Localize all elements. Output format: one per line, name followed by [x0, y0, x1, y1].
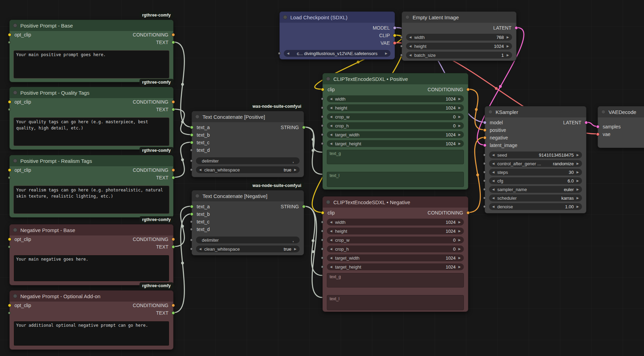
- decrement-icon[interactable]: ◀: [492, 171, 495, 174]
- sampler-name-widget[interactable]: ◀sampler_nameeuler▶: [489, 186, 582, 193]
- output-port-clip[interactable]: [393, 34, 396, 37]
- node-header[interactable]: Negative Prompt - Optional Add-on: [10, 291, 173, 302]
- increment-icon[interactable]: ▶: [577, 205, 579, 208]
- increment-icon[interactable]: ▶: [577, 171, 579, 174]
- increment-icon[interactable]: ▶: [458, 221, 461, 224]
- height-widget[interactable]: ◀height1024▶: [406, 43, 512, 50]
- widget-input-dot[interactable]: [400, 45, 403, 48]
- widget-input-dot[interactable]: [190, 248, 193, 250]
- decrement-icon[interactable]: ◀: [492, 179, 495, 182]
- output-port-text[interactable]: [172, 108, 175, 111]
- increment-icon[interactable]: ▶: [458, 115, 461, 118]
- increment-icon[interactable]: ▶: [458, 142, 461, 145]
- increment-icon[interactable]: ▶: [507, 54, 509, 57]
- decrement-icon[interactable]: ◀: [330, 265, 332, 269]
- widget-value[interactable]: 1024: [446, 255, 456, 261]
- node-vae-decode[interactable]: VAEDecode samples vae: [598, 106, 644, 148]
- node-graph-canvas[interactable]: rgthree-comfy rgthree-comfy rgthree-comf…: [0, 0, 644, 356]
- batch-size-widget[interactable]: ◀batch_size1▶: [406, 52, 512, 59]
- prompt-textarea[interactable]: Your additional optional negative prompt…: [13, 321, 169, 346]
- widget-value[interactable]: 1024: [446, 229, 456, 234]
- decrement-icon[interactable]: ◀: [330, 106, 332, 109]
- output-port-string[interactable]: [302, 205, 305, 208]
- widget-input-dot[interactable]: [483, 171, 486, 174]
- input-port-text-d[interactable]: [190, 149, 193, 151]
- crop-w-widget[interactable]: ◀crop_w0▶: [327, 113, 464, 120]
- node-header[interactable]: Text Concatenate [Positive]: [192, 111, 304, 122]
- widget-value[interactable]: 1024: [494, 44, 504, 49]
- node-text-concatenate-negative[interactable]: Text Concatenate [Negative] text_aSTRING…: [191, 190, 304, 255]
- collapse-dot-icon[interactable]: [195, 115, 199, 119]
- height-widget[interactable]: ◀height1024▶: [327, 104, 464, 111]
- widget-input-dot[interactable]: [321, 115, 324, 118]
- input-port-vae[interactable]: [596, 133, 600, 136]
- collapse-dot-icon[interactable]: [13, 23, 17, 28]
- crop-h-widget[interactable]: ◀crop_h0▶: [327, 122, 464, 129]
- control-after-generate-widget[interactable]: ◀control_after_gener ...randomize▶: [489, 160, 582, 167]
- output-port-conditioning[interactable]: [172, 168, 175, 172]
- decrement-icon[interactable]: ◀: [330, 230, 332, 233]
- node-header[interactable]: Positive Prompt - Base: [10, 20, 173, 31]
- scheduler-widget[interactable]: ◀schedulerkarras▶: [489, 195, 582, 201]
- output-port-conditioning[interactable]: [466, 211, 470, 214]
- widget-input-dot[interactable]: [321, 256, 324, 259]
- node-positive-prompt-realism[interactable]: Positive Prompt - Realism Tags opt_clipC…: [9, 155, 174, 218]
- input-port-text[interactable]: [8, 108, 11, 111]
- widget-value[interactable]: 1024: [446, 220, 456, 225]
- width-widget[interactable]: ◀width1024▶: [327, 219, 464, 226]
- prev-option-icon[interactable]: ◀: [287, 52, 289, 55]
- increment-icon[interactable]: ▶: [458, 106, 461, 109]
- increment-icon[interactable]: ▶: [577, 154, 579, 157]
- text-l-area[interactable]: text_l: [327, 295, 464, 310]
- node-header[interactable]: Positive Prompt - Realism Tags: [10, 155, 173, 166]
- widget-value[interactable]: true: [284, 247, 291, 252]
- node-text-concatenate-positive[interactable]: Text Concatenate [Positive] text_aSTRING…: [191, 111, 304, 177]
- widget-input-dot[interactable]: [190, 168, 193, 171]
- output-port-model[interactable]: [393, 26, 396, 30]
- input-port-text-a[interactable]: [190, 205, 194, 208]
- collapse-dot-icon[interactable]: [488, 110, 492, 114]
- widget-value[interactable]: 6.0: [568, 178, 574, 184]
- widget-value[interactable]: 1024: [446, 141, 456, 146]
- input-port-text-b[interactable]: [190, 133, 194, 137]
- input-port-text-a[interactable]: [190, 126, 194, 129]
- decrement-icon[interactable]: ◀: [409, 45, 412, 48]
- decrement-icon[interactable]: ◀: [330, 115, 332, 118]
- node-clip-encode-negative[interactable]: CLIPTextEncodeSDXL • Negative clipCONDIT…: [322, 196, 468, 312]
- decrement-icon[interactable]: ◀: [330, 256, 332, 260]
- widget-value[interactable]: ,: [292, 238, 294, 243]
- collapse-dot-icon[interactable]: [195, 194, 199, 198]
- increment-icon[interactable]: ▶: [458, 230, 461, 233]
- input-port-clip[interactable]: [321, 88, 324, 91]
- decrement-icon[interactable]: ◀: [409, 54, 412, 57]
- node-empty-latent-image[interactable]: Empty Latent Image LATENT ◀width768▶ ◀he…: [402, 11, 517, 61]
- input-port-positive[interactable]: [483, 128, 487, 132]
- denoise-widget[interactable]: ◀denoise1.00▶: [489, 203, 582, 210]
- output-port-text[interactable]: [172, 41, 175, 44]
- widget-value[interactable]: 1024: [446, 264, 456, 270]
- widget-value[interactable]: 1024: [446, 96, 456, 102]
- output-port-latent[interactable]: [584, 121, 588, 124]
- node-header[interactable]: Positive Prompt - Quality Tags: [10, 87, 173, 98]
- widget-value[interactable]: 30: [569, 170, 574, 175]
- input-port-text[interactable]: [8, 245, 11, 248]
- input-port-opt-clip[interactable]: [8, 238, 11, 241]
- cfg-widget[interactable]: ◀cfg6.0▶: [489, 177, 582, 184]
- widget-input-dot[interactable]: [483, 205, 486, 208]
- prompt-textarea[interactable]: Your quality tags can go here (e.g. mast…: [13, 117, 169, 146]
- input-port-text-c[interactable]: [190, 141, 194, 144]
- widget-input-dot[interactable]: [483, 188, 486, 191]
- input-port-text-b[interactable]: [190, 212, 194, 216]
- widget-input-dot[interactable]: [483, 154, 486, 156]
- widget-input-dot[interactable]: [190, 239, 193, 241]
- ckpt-name-widget[interactable]: ◀c... divingIllustrious_v12VAE.safetenso…: [284, 50, 391, 57]
- increment-icon[interactable]: ▶: [294, 248, 297, 251]
- input-port-clip[interactable]: [321, 211, 324, 214]
- widget-value[interactable]: 0: [453, 114, 456, 119]
- prompt-textarea[interactable]: Your main positive prompt goes here.: [13, 50, 169, 78]
- widget-value[interactable]: 1: [501, 53, 504, 58]
- increment-icon[interactable]: ▶: [458, 248, 461, 251]
- widget-input-dot[interactable]: [321, 248, 324, 250]
- clean-whitespace-widget[interactable]: ◀clean_whitespacetrue▶: [196, 166, 300, 173]
- widget-input-dot[interactable]: [321, 239, 324, 241]
